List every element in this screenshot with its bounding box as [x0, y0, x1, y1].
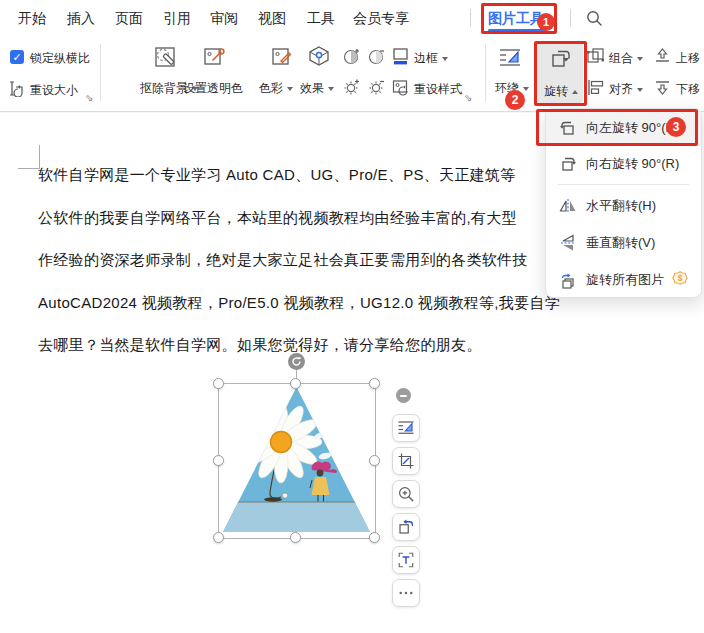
- resize-handle-s[interactable]: [290, 532, 301, 543]
- document-text-line: 去哪里？当然是软件自学网。如果您觉得好，请分享给您的朋友。: [38, 336, 482, 355]
- wps-picture-tools-window: 开始 插入 页面 引用 审阅 视图 工具 会员专享 图片工具 ✓ 锁定纵横比 重…: [0, 0, 704, 633]
- group-icon[interactable]: [586, 47, 605, 66]
- tab-insert[interactable]: 插入: [67, 0, 95, 36]
- selected-image[interactable]: [218, 383, 375, 538]
- border-button[interactable]: 边框: [414, 50, 448, 67]
- align-button[interactable]: 对齐: [609, 81, 643, 98]
- lock-aspect-label: 锁定纵横比: [30, 50, 90, 67]
- menu-item-label: 垂直翻转(V): [586, 234, 655, 252]
- tab-start[interactable]: 开始: [18, 0, 46, 36]
- rotate-handle[interactable]: [288, 353, 305, 370]
- document-text-line: 软件自学网是一个专业学习 Auto CAD、UG、Pro/E、PS、天正建筑等: [38, 166, 516, 185]
- menu-item-rotate-all-pictures[interactable]: 旋转所有图片 $: [546, 261, 701, 299]
- brightness-up-icon[interactable]: [342, 78, 361, 97]
- svg-text:$: $: [678, 273, 683, 283]
- brightness-down-icon[interactable]: [367, 78, 386, 97]
- menu-item-label: 向右旋转 90°(R): [586, 155, 679, 173]
- float-extract-text-button[interactable]: [392, 546, 420, 574]
- collapse-toolbar-button[interactable]: [396, 388, 411, 403]
- float-zoom-button[interactable]: [392, 480, 420, 508]
- border-label: 边框: [414, 51, 438, 65]
- group-button[interactable]: 组合: [609, 50, 643, 67]
- move-down-button[interactable]: 下移: [676, 81, 700, 98]
- move-up-button[interactable]: 上移: [676, 50, 700, 67]
- reset-size-icon: [8, 80, 25, 97]
- active-tab-underline: [488, 29, 546, 32]
- search-icon[interactable]: [585, 9, 603, 27]
- resize-handle-sw[interactable]: [213, 532, 224, 543]
- resize-handle-n[interactable]: [290, 378, 301, 389]
- menubar-divider: [570, 9, 571, 27]
- chevron-down-icon: [287, 87, 293, 91]
- menubar: 开始 插入 页面 引用 审阅 视图 工具 会员专享 图片工具: [0, 0, 704, 36]
- align-icon[interactable]: [586, 78, 605, 97]
- menu-item-label: 水平翻转(H): [586, 197, 656, 215]
- reset-size-button[interactable]: 重设大小: [30, 82, 78, 99]
- remove-background-icon[interactable]: [153, 45, 177, 69]
- effects-icon[interactable]: [307, 44, 331, 68]
- document-text-line: 作经验的资深老师录制，绝对是大家立足社会真正要需用到的各类软件技: [38, 251, 528, 270]
- wrap-icon: [397, 419, 415, 437]
- menu-divider: [558, 184, 689, 185]
- menu-item-label: 向左旋转 90°(L): [586, 119, 677, 137]
- resize-handle-ne[interactable]: [369, 378, 380, 389]
- border-icon[interactable]: [391, 47, 410, 66]
- document-text-line: 公软件的我要自学网络平台，本站里的视频教程均由经验丰富的,有大型: [38, 209, 517, 228]
- resize-handle-w[interactable]: [213, 455, 224, 466]
- tab-tools[interactable]: 工具: [307, 0, 335, 36]
- float-more-button[interactable]: [392, 579, 420, 607]
- move-up-icon[interactable]: [653, 47, 672, 66]
- set-transparent-icon[interactable]: [202, 45, 226, 69]
- chevron-down-icon: [442, 57, 448, 61]
- menu-item-rotate-right[interactable]: 向右旋转 90°(R): [546, 146, 701, 181]
- set-transparent-button[interactable]: 设置透明色: [183, 80, 243, 97]
- annotation-badge-1: 1: [537, 13, 555, 31]
- remove-background-label: 抠除背景: [140, 81, 188, 95]
- menu-item-flip-horizontal[interactable]: 水平翻转(H): [546, 188, 701, 224]
- flip-horizontal-icon: [559, 197, 577, 215]
- chevron-down-icon: [328, 87, 334, 91]
- color-button[interactable]: 色彩: [259, 80, 293, 97]
- lock-aspect-checkbox[interactable]: ✓: [10, 50, 24, 64]
- tab-reference[interactable]: 引用: [163, 0, 191, 36]
- contrast-down-icon[interactable]: [367, 47, 386, 66]
- reset-style-button[interactable]: 重设样式: [414, 81, 462, 98]
- tab-review[interactable]: 审阅: [210, 0, 238, 36]
- reset-style-icon[interactable]: [391, 78, 410, 97]
- resize-handle-nw[interactable]: [213, 378, 224, 389]
- float-wrap-button[interactable]: [392, 414, 420, 442]
- chevron-up-icon: [572, 90, 578, 94]
- menu-item-label: 旋转所有图片: [586, 271, 664, 289]
- tab-member[interactable]: 会员专享: [353, 0, 409, 36]
- chevron-down-icon: [637, 57, 643, 61]
- chevron-down-icon: [523, 87, 529, 91]
- float-rotate-button[interactable]: [392, 513, 420, 541]
- rotate-button[interactable]: 旋转: [544, 83, 578, 100]
- menu-item-flip-vertical[interactable]: 垂直翻转(V): [546, 224, 701, 261]
- contrast-up-icon[interactable]: [342, 47, 361, 66]
- group-label: 组合: [609, 51, 633, 65]
- flip-vertical-icon: [559, 234, 577, 252]
- tab-page[interactable]: 页面: [115, 0, 143, 36]
- resize-handle-se[interactable]: [369, 532, 380, 543]
- ribbon-divider: [485, 44, 486, 102]
- rotate-left-90-icon: [559, 119, 577, 137]
- extract-text-icon: [397, 551, 415, 569]
- move-down-icon[interactable]: [653, 78, 672, 97]
- premium-badge-icon: $: [672, 270, 688, 290]
- effects-button[interactable]: 效果: [300, 80, 334, 97]
- chevron-down-icon: [637, 88, 643, 92]
- tab-view[interactable]: 视图: [258, 0, 286, 36]
- ribbon-picture-tools: ✓ 锁定纵横比 重设大小 ⇘ 抠除背景 设置透明色: [0, 36, 704, 112]
- dialog-launcher-icon[interactable]: ⇘: [85, 92, 93, 103]
- dialog-launcher-icon[interactable]: ⇘: [464, 92, 472, 103]
- rotate-icon[interactable]: [549, 48, 573, 72]
- float-crop-button[interactable]: [392, 447, 420, 475]
- document-text-line: AutoCAD2024 视频教程，Pro/E5.0 视频教程，UG12.0 视频…: [38, 294, 560, 313]
- rotate-label: 旋转: [544, 84, 568, 98]
- wrap-icon[interactable]: [498, 46, 522, 70]
- crop-icon: [397, 452, 415, 470]
- rotate-right-90-icon: [559, 155, 577, 173]
- resize-handle-e[interactable]: [369, 455, 380, 466]
- color-icon[interactable]: [270, 45, 294, 69]
